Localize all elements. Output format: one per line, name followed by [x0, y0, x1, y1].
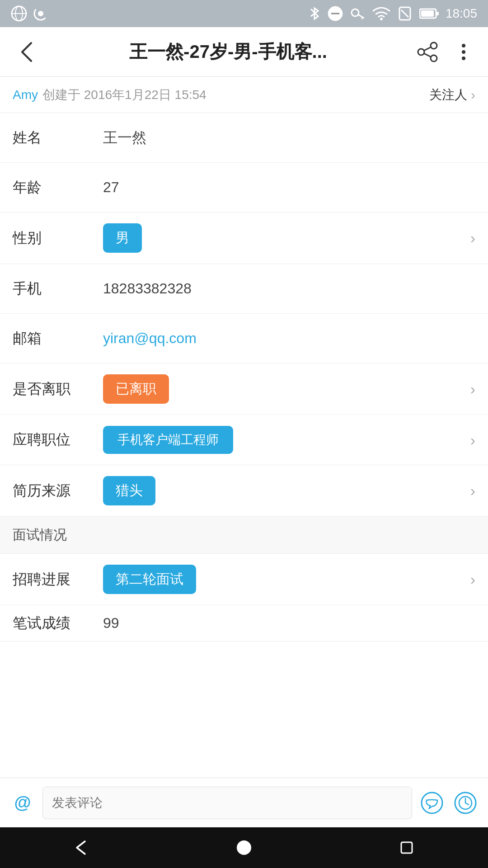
- chevron-right-icon: ›: [471, 87, 475, 103]
- svg-point-16: [431, 42, 437, 49]
- label-gender: 性别: [13, 228, 103, 248]
- svg-point-10: [380, 18, 383, 20]
- label-resignation: 是否离职: [13, 379, 103, 399]
- value-email[interactable]: yiran@qq.com: [103, 330, 475, 347]
- status-left-icons: [11, 5, 49, 22]
- svg-point-29: [237, 840, 251, 855]
- nav-bar: [0, 827, 488, 868]
- wifi-icon: [372, 6, 390, 21]
- more-button[interactable]: [450, 38, 477, 66]
- svg-point-7: [352, 9, 359, 16]
- field-recruit-progress[interactable]: 招聘进展 第二轮面试 ›: [0, 554, 488, 605]
- label-source: 简历来源: [13, 481, 103, 501]
- field-resignation[interactable]: 是否离职 已离职 ›: [0, 363, 488, 415]
- share-button[interactable]: [414, 38, 441, 66]
- field-source[interactable]: 简历来源 猎头 ›: [0, 465, 488, 517]
- label-phone: 手机: [13, 279, 103, 299]
- value-position: 手机客户端工程师: [103, 426, 470, 454]
- svg-line-8: [358, 14, 364, 18]
- svg-line-19: [424, 47, 431, 51]
- label-age: 年龄: [13, 178, 103, 198]
- globe-icon: [11, 5, 27, 22]
- followers-button[interactable]: 关注人 ›: [429, 86, 475, 104]
- chevron-right-icon: ›: [470, 380, 475, 398]
- followers-label: 关注人: [429, 86, 467, 104]
- recruit-progress-tag: 第二轮面试: [103, 565, 196, 594]
- value-written-score: 99: [103, 615, 119, 632]
- creator-name: Amy: [13, 88, 38, 102]
- meta-info: Amy 创建于 2016年1月22日 15:54: [13, 86, 206, 104]
- svg-point-21: [462, 44, 465, 47]
- value-name: 王一然: [103, 128, 475, 148]
- signal-icon: [33, 5, 49, 22]
- resignation-tag: 已离职: [103, 374, 169, 404]
- app-bar: 王一然-27岁-男-手机客...: [0, 27, 488, 77]
- back-button[interactable]: [11, 36, 42, 68]
- label-position: 应聘职位: [13, 430, 103, 450]
- status-time: 18:05: [446, 6, 477, 21]
- svg-point-4: [38, 11, 43, 16]
- svg-point-17: [418, 49, 424, 55]
- field-email: 邮箱 yiran@qq.com: [0, 314, 488, 363]
- chevron-right-icon: ›: [470, 431, 475, 449]
- label-email: 邮箱: [13, 329, 103, 349]
- label-name: 姓名: [13, 128, 103, 148]
- gender-tag: 男: [103, 223, 142, 253]
- svg-line-28: [465, 803, 469, 805]
- svg-point-24: [422, 793, 442, 813]
- value-recruit-progress: 第二轮面试: [103, 565, 470, 594]
- comment-bar: @: [0, 778, 488, 827]
- page-title: 王一然-27岁-男-手机客...: [42, 39, 414, 64]
- nav-back-button[interactable]: [66, 832, 97, 863]
- app-bar-actions: [414, 38, 477, 66]
- field-phone: 手机 18283382328: [0, 264, 488, 314]
- field-position[interactable]: 应聘职位 手机客户端工程师 ›: [0, 415, 488, 465]
- key-icon: [350, 5, 366, 22]
- source-tag: 猎头: [103, 476, 155, 505]
- value-source: 猎头: [103, 476, 470, 505]
- svg-rect-14: [436, 12, 439, 15]
- svg-point-23: [462, 57, 465, 60]
- at-button[interactable]: @: [9, 789, 36, 816]
- created-at: 创建于 2016年1月22日 15:54: [42, 86, 206, 104]
- nav-home-button[interactable]: [228, 832, 260, 863]
- svg-point-18: [431, 55, 437, 61]
- chevron-right-icon: ›: [470, 229, 475, 247]
- field-age: 年龄 27: [0, 163, 488, 212]
- svg-rect-30: [401, 842, 412, 853]
- section-interview: 面试情况: [0, 517, 488, 554]
- position-tag: 手机客户端工程师: [103, 426, 233, 454]
- comment-icon[interactable]: [418, 789, 446, 816]
- svg-rect-15: [421, 10, 434, 17]
- label-written-score: 笔试成绩: [13, 613, 103, 633]
- nosim-icon: [397, 5, 413, 22]
- meta-row: Amy 创建于 2016年1月22日 15:54 关注人 ›: [0, 77, 488, 113]
- status-bar: 18:05: [0, 0, 488, 27]
- email-link[interactable]: yiran@qq.com: [103, 330, 197, 347]
- chevron-right-icon: ›: [470, 571, 475, 588]
- svg-line-20: [424, 53, 431, 57]
- value-resignation: 已离职: [103, 374, 470, 404]
- svg-point-22: [462, 50, 465, 54]
- value-gender: 男: [103, 223, 470, 253]
- bluetooth-icon: [308, 5, 321, 22]
- value-age: 27: [103, 179, 475, 196]
- label-recruit-progress: 招聘进展: [13, 570, 103, 590]
- nav-recents-button[interactable]: [391, 832, 422, 863]
- value-phone: 18283382328: [103, 280, 475, 297]
- section-header-label: 面试情况: [13, 527, 67, 542]
- chevron-right-icon: ›: [470, 482, 475, 500]
- history-icon[interactable]: [452, 789, 479, 816]
- field-written-score: 笔试成绩 99: [0, 605, 488, 642]
- svg-line-12: [401, 10, 408, 17]
- field-gender[interactable]: 性别 男 ›: [0, 212, 488, 264]
- minus-circle-icon: [327, 5, 343, 22]
- battery-icon: [419, 7, 439, 20]
- status-right-icons: 18:05: [308, 5, 477, 22]
- field-name: 姓名 王一然: [0, 113, 488, 163]
- comment-input[interactable]: [42, 787, 412, 819]
